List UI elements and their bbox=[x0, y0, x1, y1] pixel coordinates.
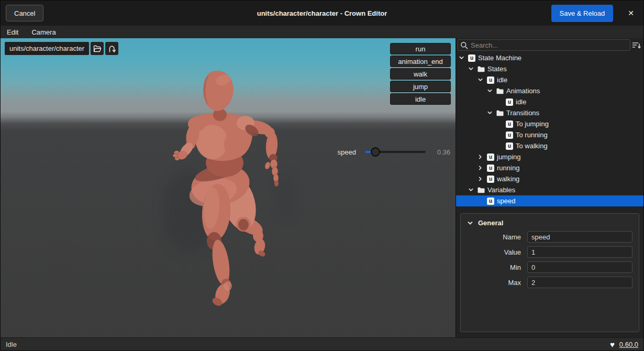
open-folder-button[interactable] bbox=[91, 42, 104, 55]
menu-edit[interactable]: Edit bbox=[7, 28, 18, 36]
event-button-idle[interactable]: idle bbox=[390, 93, 451, 105]
search-box bbox=[458, 39, 630, 51]
tree-item-label: To running bbox=[516, 131, 548, 139]
state-machine-tree: uState MachineStatesuidleAnimationsuidle… bbox=[456, 52, 643, 206]
tree-item-animations[interactable]: Animations bbox=[456, 85, 643, 96]
chevron-down-icon[interactable] bbox=[487, 88, 496, 94]
crown-editor-window: Cancel units/character/character - Crown… bbox=[0, 0, 644, 351]
side-panel: uState MachineStatesuidleAnimationsuidle… bbox=[456, 38, 643, 337]
inspector-section-header[interactable]: General bbox=[461, 214, 639, 231]
field-row-value: Value bbox=[461, 246, 639, 258]
tree-item-label: jumping bbox=[497, 153, 521, 161]
tree-item-speed[interactable]: uspeed bbox=[456, 195, 643, 206]
status-text: Idle bbox=[6, 341, 17, 348]
field-label-value: Value bbox=[467, 248, 521, 256]
search-row bbox=[456, 38, 643, 52]
field-row-max: Max bbox=[461, 277, 639, 288]
speed-slider-value: 0.36 bbox=[429, 148, 450, 156]
name-input[interactable] bbox=[527, 231, 632, 243]
unit-icon: u bbox=[468, 54, 475, 62]
chevron-right-icon[interactable] bbox=[478, 176, 487, 182]
tree-item-idle[interactable]: uidle bbox=[456, 74, 643, 85]
tree-item-running[interactable]: urunning bbox=[456, 162, 643, 173]
menu-camera[interactable]: Camera bbox=[31, 28, 55, 36]
event-button-animation-end[interactable]: animation_end bbox=[390, 56, 451, 67]
tree-item-to-jumping[interactable]: uTo jumping bbox=[456, 118, 643, 129]
chevron-down-icon[interactable] bbox=[468, 66, 478, 72]
status-bar: Idle ♥ 0.60.0 bbox=[1, 337, 643, 350]
tree-item-to-running[interactable]: uTo running bbox=[456, 129, 643, 140]
tree-item-state-machine[interactable]: uState Machine bbox=[456, 52, 643, 63]
heart-icon[interactable]: ♥ bbox=[610, 341, 615, 348]
tree-item-to-walking[interactable]: uTo walking bbox=[456, 140, 643, 151]
folder-icon bbox=[496, 109, 504, 117]
chevron-down-icon[interactable] bbox=[478, 77, 487, 83]
field-label-name: Name bbox=[467, 233, 521, 241]
cancel-button[interactable]: Cancel bbox=[6, 5, 43, 21]
window-title: units/character/character - Crown Editor bbox=[1, 9, 643, 17]
field-row-name: Name bbox=[461, 231, 639, 243]
close-icon[interactable]: ✕ bbox=[624, 7, 638, 19]
field-row-min: Min bbox=[461, 261, 639, 273]
value-input[interactable] bbox=[527, 246, 632, 258]
open-folder-icon bbox=[93, 45, 102, 52]
reload-button[interactable] bbox=[105, 42, 118, 55]
tree-item-label: States bbox=[487, 65, 507, 73]
save-reload-button[interactable]: Save & Reload bbox=[551, 5, 614, 22]
unit-icon: u bbox=[506, 142, 513, 150]
event-buttons: runanimation_endwalkjumpidle bbox=[390, 43, 451, 105]
resource-path-field: units/character/character bbox=[5, 42, 89, 55]
speed-slider-knob[interactable] bbox=[371, 147, 380, 157]
unit-icon: u bbox=[506, 131, 513, 139]
tree-item-transitions[interactable]: Transitions bbox=[456, 107, 643, 118]
unit-icon: u bbox=[506, 98, 513, 106]
chevron-down-icon[interactable] bbox=[487, 110, 496, 116]
inspector-section-title: General bbox=[478, 219, 503, 227]
chevron-down-icon[interactable] bbox=[459, 55, 468, 61]
tree-item-label: speed bbox=[497, 197, 515, 205]
reload-icon bbox=[108, 45, 116, 53]
search-input[interactable] bbox=[471, 41, 628, 49]
tree-item-label: idle bbox=[497, 76, 507, 84]
folder-icon bbox=[478, 187, 485, 194]
tree-item-label: Variables bbox=[487, 186, 515, 194]
chevron-right-icon[interactable] bbox=[478, 165, 487, 171]
resource-bar: units/character/character bbox=[5, 42, 118, 55]
speed-slider-label: speed bbox=[338, 148, 356, 156]
event-button-run[interactable]: run bbox=[390, 43, 451, 54]
tree-item-label: running bbox=[497, 164, 519, 172]
tree-item-label: To walking bbox=[516, 142, 548, 150]
tree-item-label: To jumping bbox=[516, 120, 549, 128]
chevron-down-icon[interactable] bbox=[468, 187, 478, 193]
tree-item-variables[interactable]: Variables bbox=[456, 184, 643, 195]
folder-icon bbox=[478, 65, 485, 73]
menu-bar: EditCamera bbox=[1, 26, 643, 38]
unit-icon: u bbox=[506, 120, 513, 128]
sort-filter-icon[interactable] bbox=[630, 39, 642, 51]
tree-item-idle[interactable]: uidle bbox=[456, 96, 643, 107]
unit-icon: u bbox=[487, 198, 494, 205]
tree-item-jumping[interactable]: ujumping bbox=[456, 151, 643, 162]
character-model bbox=[1, 38, 456, 337]
speed-slider-row: speed 0.36 bbox=[338, 147, 450, 157]
inspector-panel: General NameValueMinMax bbox=[460, 213, 639, 332]
folder-icon bbox=[496, 87, 504, 95]
chevron-down-icon bbox=[467, 220, 473, 226]
sort-descending-icon bbox=[632, 41, 641, 49]
min-input[interactable] bbox=[527, 261, 632, 273]
chevron-right-icon[interactable] bbox=[478, 154, 487, 160]
title-bar: Cancel units/character/character - Crown… bbox=[1, 1, 643, 26]
tree-item-states[interactable]: States bbox=[456, 63, 643, 74]
field-label-max: Max bbox=[467, 279, 521, 287]
event-button-jump[interactable]: jump bbox=[390, 81, 451, 92]
event-button-walk[interactable]: walk bbox=[390, 68, 451, 80]
search-icon bbox=[460, 41, 468, 49]
version-link[interactable]: 0.60.0 bbox=[619, 341, 638, 348]
unit-icon: u bbox=[487, 164, 494, 172]
speed-slider[interactable] bbox=[365, 147, 426, 157]
viewport-3d[interactable]: units/character/character runanimation_e… bbox=[1, 38, 456, 337]
inspector-fields: NameValueMinMax bbox=[461, 231, 639, 288]
tree-item-walking[interactable]: uwalking bbox=[456, 173, 643, 184]
unit-icon: u bbox=[487, 176, 494, 183]
max-input[interactable] bbox=[527, 277, 632, 288]
